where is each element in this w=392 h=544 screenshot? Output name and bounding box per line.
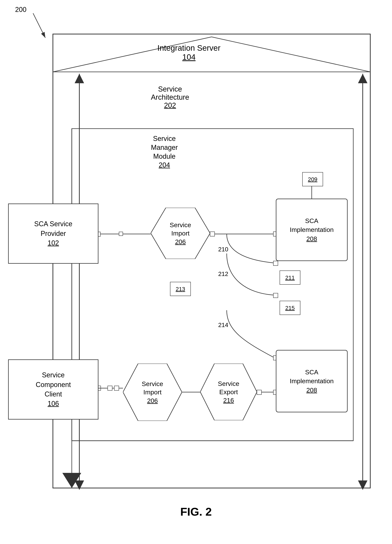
box-215: 215 — [280, 301, 300, 315]
svg-marker-14 — [358, 74, 368, 83]
box-211: 211 — [280, 271, 300, 285]
svg-rect-27 — [108, 386, 112, 390]
svg-marker-13 — [358, 480, 368, 490]
svg-rect-21 — [273, 261, 278, 266]
diagram-svg — [0, 0, 392, 530]
svg-rect-22 — [273, 293, 278, 298]
line-label-210: 210 — [218, 246, 228, 253]
ref-label-200: 200 — [15, 6, 26, 14]
svg-rect-31 — [257, 390, 261, 395]
line-label-212: 212 — [218, 271, 228, 278]
svg-rect-33 — [119, 232, 123, 236]
figure-label: FIG. 2 — [180, 505, 212, 518]
service-import-top: Service Import 206 — [151, 208, 210, 259]
box-209: 209 — [302, 172, 323, 186]
service-import-bottom: Service Import 206 — [123, 364, 182, 421]
service-component-client-box: Service Component Client 106 — [8, 359, 98, 420]
box-213: 213 — [170, 282, 191, 296]
svg-marker-8 — [62, 473, 81, 488]
service-manager-module-label: Service Manager Module 204 — [128, 134, 200, 170]
svg-rect-28 — [114, 386, 119, 390]
svg-rect-19 — [210, 232, 215, 236]
sca-service-provider-box: SCA Service Provider 102 — [8, 204, 98, 264]
integration-server-label: Integration Server 104 — [132, 43, 246, 62]
svg-marker-11 — [75, 74, 84, 83]
line-label-214: 214 — [218, 322, 228, 329]
sca-implementation-top: SCA Implementation 208 — [276, 199, 348, 261]
service-architecture-label: Service Architecture 202 — [113, 85, 227, 110]
diagram: 200 — [0, 0, 392, 530]
service-export: Service Export 216 — [200, 364, 257, 420]
svg-marker-10 — [75, 480, 84, 490]
sca-implementation-bottom: SCA Implementation 208 — [276, 350, 348, 412]
